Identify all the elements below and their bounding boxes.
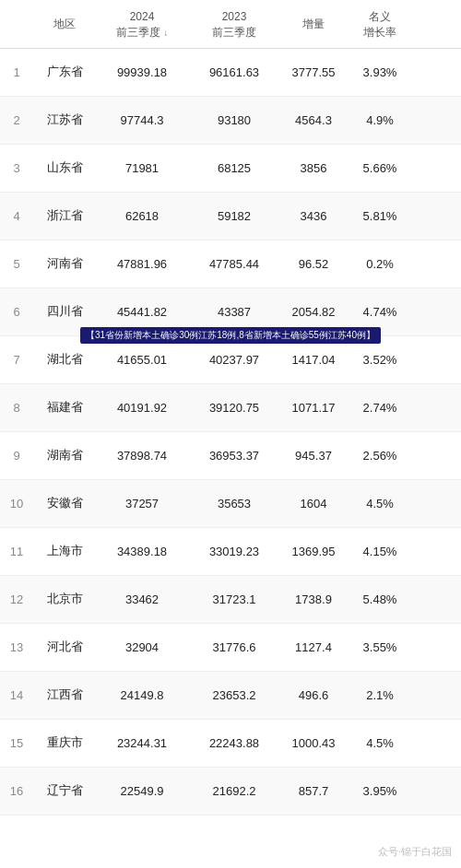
row-val-2023: 68125	[188, 161, 280, 175]
row-increase: 1417.04	[280, 353, 347, 367]
header-2023: 2023 前三季度	[188, 9, 280, 41]
row-region: 四川省	[33, 303, 96, 320]
row-rank: 7	[0, 353, 33, 367]
table-row: 5 河南省 47881.96 47785.44 96.52 0.2%	[0, 240, 461, 288]
row-val-2024: 99939.18	[96, 65, 188, 79]
row-rate: 0.2%	[347, 257, 413, 271]
table-row: 10 安徽省 37257 35653 1604 4.5%	[0, 480, 461, 528]
row-rate: 4.5%	[347, 497, 413, 510]
row-increase: 2054.82	[280, 305, 347, 319]
row-val-2024: 34389.18	[96, 545, 188, 558]
row-rank: 2	[0, 113, 33, 127]
row-region: 安徽省	[33, 495, 96, 511]
row-increase: 945.37	[280, 449, 347, 463]
row-rate: 3.52%	[347, 353, 413, 367]
row-rank: 1	[0, 65, 33, 79]
table-row: 9 湖南省 37898.74 36953.37 945.37 2.56%	[0, 432, 461, 480]
row-val-2024: 97744.3	[96, 113, 188, 127]
row-val-2024: 47881.96	[96, 257, 188, 271]
header-2024: 2024 前三季度 ↓	[96, 9, 188, 41]
row-rate: 4.74%	[347, 305, 413, 319]
row-val-2024: 45441.82	[96, 305, 188, 319]
row-increase: 3436	[280, 209, 347, 223]
row-rate: 5.66%	[347, 161, 413, 175]
table-row: 6 四川省 45441.82 43387 2054.82 4.74%	[0, 288, 461, 336]
row-increase: 1738.9	[280, 592, 347, 606]
table-row: 2 江苏省 97744.3 93180 4564.3 4.9%	[0, 97, 461, 145]
table-row: 3 山东省 71981 68125 3856 5.66%	[0, 145, 461, 193]
row-increase: 1071.17	[280, 401, 347, 415]
row-region: 河北省	[33, 639, 96, 655]
row-val-2023: 21692.2	[188, 784, 280, 798]
header-region: 地区	[33, 9, 96, 41]
gdp-table: 地区 2024 前三季度 ↓ 2023 前三季度 增量 名义 增长率 1 广东省…	[0, 0, 461, 815]
row-increase: 3856	[280, 161, 347, 175]
row-val-2023: 96161.63	[188, 65, 280, 79]
table-row: 11 上海市 34389.18 33019.23 1369.95 4.15%	[0, 528, 461, 576]
row-val-2024: 37898.74	[96, 449, 188, 463]
row-val-2023: 23653.2	[188, 688, 280, 702]
row-val-2023: 31776.6	[188, 640, 280, 654]
row-rate: 2.1%	[347, 688, 413, 702]
row-region: 北京市	[33, 591, 96, 607]
row-val-2023: 33019.23	[188, 545, 280, 558]
row-rate: 5.81%	[347, 209, 413, 223]
sort-arrow-icon: ↓	[163, 28, 168, 38]
row-region: 湖南省	[33, 447, 96, 463]
row-rate: 2.74%	[347, 401, 413, 415]
row-val-2023: 59182	[188, 209, 280, 223]
row-region: 浙江省	[33, 207, 96, 224]
row-val-2024: 24149.8	[96, 688, 188, 702]
row-increase: 857.7	[280, 784, 347, 798]
row-val-2023: 31723.1	[188, 592, 280, 606]
header-rate: 名义 增长率	[347, 9, 413, 41]
row-val-2024: 71981	[96, 161, 188, 175]
table-row: 14 江西省 24149.8 23653.2 496.6 2.1%	[0, 672, 461, 720]
row-rank: 15	[0, 736, 33, 750]
table-row: 1 广东省 99939.18 96161.63 3777.55 3.93%	[0, 49, 461, 97]
row-rank: 11	[0, 545, 33, 558]
table-row: 【31省份新增本土确诊30例江苏18例,8省新增本土确诊55例江苏40例】 7 …	[0, 336, 461, 384]
row-increase: 1000.43	[280, 736, 347, 750]
header-rank	[0, 9, 33, 41]
row-region: 河南省	[33, 255, 96, 272]
row-rank: 13	[0, 640, 33, 654]
row-rank: 10	[0, 497, 33, 510]
row-increase: 96.52	[280, 257, 347, 271]
row-val-2023: 47785.44	[188, 257, 280, 271]
row-rate: 4.9%	[347, 113, 413, 127]
row-val-2023: 43387	[188, 305, 280, 319]
header-increase: 增量	[280, 9, 347, 41]
row-region: 江苏省	[33, 111, 96, 128]
row-rank: 6	[0, 305, 33, 319]
row-rate: 2.56%	[347, 449, 413, 463]
table-row: 8 福建省 40191.92 39120.75 1071.17 2.74%	[0, 384, 461, 432]
row-val-2024: 37257	[96, 497, 188, 510]
row-increase: 496.6	[280, 688, 347, 702]
row-val-2023: 22243.88	[188, 736, 280, 750]
row-rank: 9	[0, 449, 33, 463]
row-rate: 4.5%	[347, 736, 413, 750]
row-val-2024: 33462	[96, 592, 188, 606]
row-region: 广东省	[33, 64, 96, 80]
row-rank: 14	[0, 688, 33, 702]
row-region: 山东省	[33, 159, 96, 176]
row-region: 辽宁省	[33, 782, 96, 799]
row-region: 江西省	[33, 686, 96, 703]
row-rank: 4	[0, 209, 33, 223]
row-val-2023: 39120.75	[188, 401, 280, 415]
row-val-2024: 23244.31	[96, 736, 188, 750]
table-row: 12 北京市 33462 31723.1 1738.9 5.48%	[0, 576, 461, 624]
row-rate: 3.55%	[347, 640, 413, 654]
row-increase: 3777.55	[280, 65, 347, 79]
row-val-2024: 62618	[96, 209, 188, 223]
row-val-2024: 32904	[96, 640, 188, 654]
table-row: 16 辽宁省 22549.9 21692.2 857.7 3.95%	[0, 768, 461, 815]
row-val-2023: 35653	[188, 497, 280, 510]
row-val-2024: 41655.01	[96, 353, 188, 367]
row-rank: 5	[0, 257, 33, 271]
row-rank: 3	[0, 161, 33, 175]
table-row: 4 浙江省 62618 59182 3436 5.81%	[0, 193, 461, 240]
row-rate: 3.95%	[347, 784, 413, 798]
row-region: 重庆市	[33, 734, 96, 751]
